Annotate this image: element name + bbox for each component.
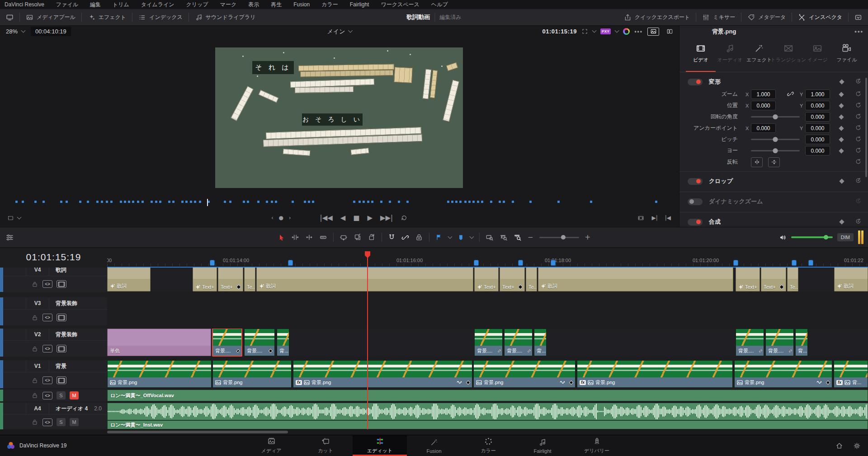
app-menu-root[interactable]: DaVinci Resolve xyxy=(5,1,44,8)
timeline-clip[interactable]: fx背景.png xyxy=(293,360,472,388)
value-y-input[interactable]: 0.000 xyxy=(805,123,830,133)
timeline-marker[interactable] xyxy=(210,260,215,266)
scrub-marker-dot[interactable] xyxy=(22,201,24,203)
timeline-marker[interactable] xyxy=(733,260,738,266)
keyframe-diamond-icon[interactable] xyxy=(839,148,844,153)
timeline-clip[interactable]: 背... xyxy=(534,329,547,356)
scrub-marker-dot[interactable] xyxy=(447,201,449,203)
keyframe-diamond-icon[interactable] xyxy=(839,126,844,131)
mute-button[interactable]: M xyxy=(70,391,79,400)
value-x-input[interactable]: 0.000 xyxy=(751,101,776,110)
scrub-marker-dot[interactable] xyxy=(477,201,479,203)
home-icon[interactable] xyxy=(835,442,843,450)
scrub-marker-dot[interactable] xyxy=(128,201,130,203)
keyframe-diamond-icon[interactable] xyxy=(839,137,844,142)
track-lane-v4[interactable]: 歌詞Text+Text+Te...歌詞Text+Text+Te...歌詞Text… xyxy=(107,268,868,292)
auto-select-button[interactable]: <> xyxy=(42,392,52,400)
timeline-clip[interactable]: 背景.... xyxy=(765,329,794,356)
scrub-marker-dot[interactable] xyxy=(367,201,369,203)
scrub-marker-dot[interactable] xyxy=(557,201,560,203)
tool-replace-clip[interactable] xyxy=(368,233,376,241)
audio-waveform[interactable] xyxy=(107,403,868,420)
scrub-marker-dot[interactable] xyxy=(172,201,175,203)
auto-select-button[interactable]: <> xyxy=(42,314,52,321)
reset-icon[interactable] xyxy=(855,197,862,206)
track-id[interactable]: A4 xyxy=(26,403,49,414)
safe-area-icon[interactable] xyxy=(581,28,588,35)
link-icon[interactable] xyxy=(787,91,794,98)
solo-button[interactable]: S xyxy=(57,418,66,426)
menu-item[interactable]: Fairlight xyxy=(350,1,369,8)
scrub-marker-dot[interactable] xyxy=(655,201,657,203)
scrub-marker-dot[interactable] xyxy=(312,201,314,203)
tool-zoom-custom[interactable] xyxy=(514,233,522,241)
chevron-down-icon[interactable] xyxy=(469,234,474,239)
timeline-clip[interactable]: 背景.png xyxy=(734,360,832,388)
flip-vertical-button[interactable] xyxy=(768,157,780,167)
value-input[interactable]: 0.000 xyxy=(805,112,830,122)
param-slider[interactable] xyxy=(751,150,800,151)
flip-horizontal-button[interactable] xyxy=(751,157,763,167)
scrub-marker-dot[interactable] xyxy=(529,201,532,203)
lock-icon[interactable] xyxy=(31,314,38,321)
tool-select-mode[interactable] xyxy=(278,234,285,241)
tab-ビデオ[interactable]: ビデオ xyxy=(688,40,714,72)
scrub-marker-dot[interactable] xyxy=(106,201,108,203)
scrub-marker-dot[interactable] xyxy=(266,201,268,203)
toolbar-button-インスペクタ[interactable]: インスペクタ xyxy=(792,9,848,25)
track-lane-v1[interactable]: 背景.png背景.pngfx背景.png背景.pngfx背景.png背景.png… xyxy=(107,360,868,388)
track-name[interactable]: 背景 xyxy=(56,362,66,370)
tool-insert-clip[interactable] xyxy=(340,233,348,241)
tool-marker[interactable] xyxy=(458,234,464,241)
timeline-view-options-icon[interactable] xyxy=(5,233,14,242)
scrub-marker-dot[interactable] xyxy=(42,201,45,203)
scrub-marker-dot[interactable] xyxy=(124,201,126,203)
auto-select-button[interactable]: <> xyxy=(42,280,52,288)
tab-オーディオ[interactable]: オーディオ xyxy=(717,40,743,72)
scrub-marker-dot[interactable] xyxy=(243,201,245,203)
toolbar-button-インデックス[interactable]: インデックス xyxy=(132,9,189,25)
slider-knob[interactable] xyxy=(773,114,778,119)
tool-dynamic-trim-mode[interactable] xyxy=(305,233,313,241)
keyframe-diamond-icon[interactable] xyxy=(839,92,844,97)
viewer-mode-icon[interactable] xyxy=(7,215,14,221)
scrub-marker-dot[interactable] xyxy=(181,201,184,203)
section-toggle[interactable] xyxy=(688,219,703,226)
source-viewer-icon[interactable] xyxy=(0,9,19,25)
scrub-marker-dot[interactable] xyxy=(155,201,157,203)
reset-icon[interactable] xyxy=(855,124,862,132)
dual-viewer-icon[interactable] xyxy=(664,28,675,36)
track-name[interactable]: 背景装飾 xyxy=(56,331,77,338)
scrub-marker-dot[interactable] xyxy=(87,201,89,203)
tool-overwrite-clip[interactable] xyxy=(354,233,362,241)
scrub-marker-dot[interactable] xyxy=(468,201,471,203)
scrub-marker-dot[interactable] xyxy=(257,201,259,203)
track-film-icon[interactable] xyxy=(57,345,66,353)
scrub-marker-dot[interactable] xyxy=(168,201,170,203)
reset-icon[interactable] xyxy=(855,102,862,110)
menu-item[interactable]: クリップ xyxy=(186,1,208,9)
step-back-button[interactable]: ◀ xyxy=(340,215,346,221)
scrub-marker-dot[interactable] xyxy=(308,201,310,203)
viewer-scrub-strip[interactable] xyxy=(0,195,679,209)
reset-icon[interactable] xyxy=(855,113,862,121)
timeline-clip[interactable]: 歌詞 xyxy=(256,268,473,291)
tool-trim-edit-mode[interactable] xyxy=(291,233,299,241)
scrub-marker-dot[interactable] xyxy=(406,201,409,203)
go-to-start-button[interactable]: |◀◀ xyxy=(320,215,333,221)
proxy-badge[interactable]: PXY xyxy=(600,28,611,34)
inspector-scrollbar[interactable] xyxy=(865,78,867,177)
scrub-marker-dot[interactable] xyxy=(292,201,294,203)
timeline-clip[interactable]: 歌詞 xyxy=(834,268,868,291)
nav-page-Fusion[interactable]: Fusion xyxy=(407,435,461,456)
section-toggle[interactable] xyxy=(688,198,703,205)
scrub-marker-dot[interactable] xyxy=(96,201,99,203)
scrub-marker-dot[interactable] xyxy=(464,201,467,203)
scrub-playhead[interactable] xyxy=(207,199,208,206)
value-x-input[interactable]: 1.000 xyxy=(751,89,776,99)
tool-snapping-magnet[interactable] xyxy=(388,234,396,241)
timeline-clip[interactable]: Te... xyxy=(526,268,537,291)
scrub-marker-dot[interactable] xyxy=(499,201,501,203)
keyframe-diamond-icon[interactable] xyxy=(839,219,844,224)
reset-icon[interactable] xyxy=(855,218,862,226)
